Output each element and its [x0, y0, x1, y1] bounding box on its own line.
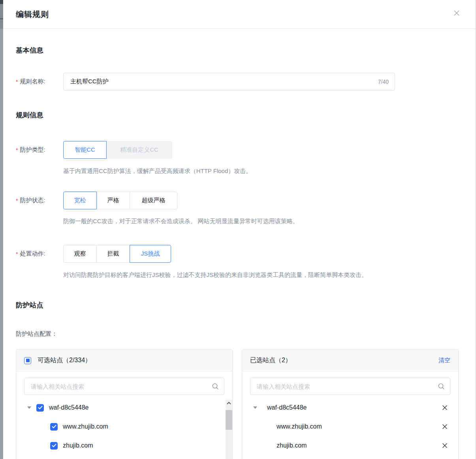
site-transfer: 可选站点（2/334）: [16, 349, 459, 459]
close-icon[interactable]: [453, 9, 460, 17]
remove-icon[interactable]: [441, 423, 448, 430]
char-counter: 7/40: [378, 73, 389, 90]
protect-status-option-strict[interactable]: 严格: [96, 192, 130, 209]
protect-status-row: * 防护状态: 宽松 严格 超级严格: [16, 192, 459, 209]
selected-row[interactable]: waf-d8c5448e: [242, 398, 458, 417]
tree-row-label: waf-d8c5448e: [49, 404, 89, 411]
protect-status-description: 防御一般的CC攻击，对于正常请求不会造成误杀。 网站无明显流量异常时可选用该策略…: [63, 215, 399, 227]
clear-all-link[interactable]: 清空: [438, 357, 450, 364]
protect-type-option-smart-cc[interactable]: 智能CC: [63, 141, 107, 159]
site-config-label: 防护站点配置：: [16, 330, 459, 338]
protect-status-option-super-strict[interactable]: 超级严格: [130, 192, 177, 209]
action-description: 对访问防爬防护目标的客户端进行JS校验，过滤不支持JS校验的来自非浏览器类工具的…: [63, 269, 399, 281]
action-group: 观察 拦截 JS挑战: [63, 245, 171, 263]
required-asterisk: *: [16, 251, 18, 257]
selected-sites-list: waf-d8c5448e www.zhujib.com zhujib.com: [242, 398, 458, 459]
selected-row-label: www.zhujib.com: [277, 423, 322, 430]
tree-row[interactable]: waf-d8c5448e: [16, 398, 232, 417]
tree-checkbox-checked[interactable]: [36, 404, 44, 412]
available-sites-title: 可选站点（2/334）: [38, 356, 91, 365]
available-search-input[interactable]: [24, 378, 224, 395]
caret-down-icon[interactable]: [27, 406, 31, 409]
background-page-left-edge: [0, 0, 3, 459]
required-asterisk: *: [16, 147, 18, 153]
action-label: * 处置动作:: [16, 245, 63, 263]
tree-row-label: www.zhujib.com: [63, 423, 108, 430]
protect-status-group: 宽松 严格 超级严格: [63, 192, 177, 209]
scrollbar-up-arrow-icon[interactable]: [226, 400, 232, 406]
selected-sites-header: 已选站点（2） 清空: [242, 350, 458, 372]
protect-status-label: * 防护状态:: [16, 192, 63, 209]
protect-type-label: * 防护类型:: [16, 141, 63, 159]
rule-name-label: * 规则名称:: [16, 78, 63, 85]
available-sites-list: waf-d8c5448e www.zhujib.com zhujib.com: [16, 398, 232, 459]
protect-type-row: * 防护类型: 智能CC 精准自定义CC: [16, 141, 459, 159]
dialog-body: 基本信息 * 规则名称: 7/40 规则信息 * 防护类型: 智能CC 精准自定…: [3, 46, 475, 459]
rule-name-input[interactable]: [63, 73, 395, 90]
required-asterisk: *: [16, 198, 18, 204]
search-icon: [438, 383, 445, 391]
rule-name-row: * 规则名称: 7/40: [16, 73, 459, 90]
rule-name-input-wrap: 7/40: [63, 73, 395, 90]
tree-row[interactable]: zhujib.com: [16, 436, 232, 455]
remove-icon[interactable]: [441, 404, 448, 411]
selected-row-label: zhujib.com: [277, 442, 307, 449]
tree-checkbox-checked[interactable]: [50, 423, 58, 431]
available-search-wrap: [16, 372, 232, 398]
selected-sites-panel: 已选站点（2） 清空 waf-d8c5448e: [242, 349, 459, 459]
selected-row[interactable]: www.zhujib.com: [242, 417, 458, 436]
dialog-header: 编辑规则: [3, 0, 475, 29]
edit-rule-dialog: 编辑规则 基本信息 * 规则名称: 7/40 规则信息 * 防护类型: 智能CC: [3, 0, 475, 459]
tree-row[interactable]: waf-b0d9a7dc: [16, 455, 232, 459]
action-row: * 处置动作: 观察 拦截 JS挑战: [16, 245, 459, 263]
list-scrollbar[interactable]: [226, 400, 232, 459]
remove-icon[interactable]: [441, 442, 448, 449]
protect-status-option-loose[interactable]: 宽松: [63, 192, 97, 209]
protect-sites-heading: 防护站点: [16, 301, 459, 310]
protect-type-group: 智能CC 精准自定义CC: [63, 141, 172, 159]
tree-row[interactable]: www.zhujib.com: [16, 417, 232, 436]
scrollbar-thumb[interactable]: [226, 410, 232, 430]
selected-sites-title: 已选站点（2）: [250, 356, 292, 365]
available-sites-panel: 可选站点（2/334）: [16, 349, 233, 459]
available-sites-header: 可选站点（2/334）: [16, 350, 232, 372]
selected-row-label: waf-d8c5448e: [267, 404, 307, 411]
protect-type-description: 基于内置通用CC防护算法，缓解产品受高频请求（HTTP Flood）攻击。: [63, 165, 399, 177]
tree-checkbox-checked[interactable]: [50, 442, 58, 450]
selected-row[interactable]: zhujib.com: [242, 436, 458, 455]
protect-type-option-custom-cc[interactable]: 精准自定义CC: [106, 141, 172, 159]
selected-search-input[interactable]: [250, 378, 450, 395]
required-asterisk: *: [16, 79, 18, 85]
basic-info-heading: 基本信息: [16, 46, 459, 55]
select-all-checkbox[interactable]: [24, 357, 31, 364]
action-option-block[interactable]: 拦截: [96, 245, 130, 263]
dialog-title: 编辑规则: [16, 9, 49, 20]
search-icon: [212, 383, 219, 391]
action-option-js-challenge[interactable]: JS挑战: [130, 245, 171, 263]
selected-search-wrap: [242, 372, 458, 398]
tree-row-label: zhujib.com: [63, 442, 93, 449]
caret-down-icon[interactable]: [253, 406, 257, 409]
rule-info-heading: 规则信息: [16, 111, 459, 120]
action-option-observe[interactable]: 观察: [63, 245, 97, 263]
